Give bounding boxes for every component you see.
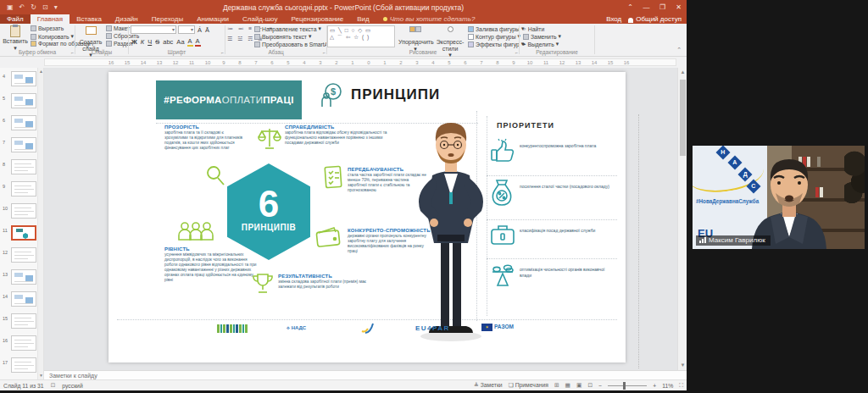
- video-call-overlay[interactable]: Н А Д С #НоваДержавнаСлужба EU: [693, 146, 865, 249]
- reading-view-icon[interactable]: ▣: [576, 382, 581, 389]
- slide-thumbnail-17[interactable]: 17: [2, 357, 39, 377]
- sign-in-button[interactable]: Вход: [606, 15, 621, 23]
- normal-view-icon[interactable]: ⊞: [554, 382, 559, 389]
- scroll-up-icon[interactable]: ▲: [38, 68, 44, 75]
- change-case-button[interactable]: Аа: [175, 38, 185, 46]
- thumbnail-preview[interactable]: [11, 335, 36, 351]
- arrange-button[interactable]: Упорядочить▾: [398, 25, 432, 52]
- shrink-font-button[interactable]: А̌: [204, 26, 210, 34]
- slide-thumbnail-10[interactable]: 10: [2, 202, 39, 223]
- clipboard-dialog-launcher[interactable]: ⌐: [71, 50, 74, 55]
- slide-thumbnail-14[interactable]: 14: [2, 291, 39, 311]
- tab-переходы[interactable]: Переходы: [145, 14, 191, 24]
- slide[interactable]: #РЕФОРМАОПЛАТИПРАЦІ $ ПРИНЦИПИ 6 ПРИНЦИП…: [108, 72, 626, 363]
- language-indicator[interactable]: русский: [62, 383, 82, 389]
- slide-thumbnail-6[interactable]: 6: [2, 114, 39, 135]
- text-direction-button[interactable]: Направление текста ▾: [254, 25, 321, 32]
- text-shadow-button[interactable]: abc: [162, 38, 174, 46]
- slide-thumbnail-8[interactable]: 8: [2, 158, 39, 179]
- tab-вид[interactable]: Вид: [350, 14, 376, 24]
- share-button[interactable]: Общий доступ: [628, 15, 682, 23]
- slide-thumbnail-12[interactable]: 12: [2, 246, 39, 267]
- slide-thumbnail-pane[interactable]: ▲ ▼ 456789101112131415161718: [0, 68, 44, 379]
- font-dialog-launcher[interactable]: ⌐: [221, 50, 224, 55]
- thumbnail-preview[interactable]: [11, 181, 36, 196]
- tab-анимации[interactable]: Анимации: [190, 14, 236, 24]
- shape-effects-button[interactable]: Эффекты фигур ▾: [468, 41, 524, 47]
- slide-number-indicator[interactable]: Слайд 11 из 31: [3, 383, 44, 389]
- thumbnail-preview[interactable]: [11, 357, 36, 373]
- horizontal-ruler[interactable]: 1615141312111098765432101234567891011121…: [44, 58, 676, 66]
- bold-button[interactable]: Ж: [131, 38, 138, 46]
- thumbnail-preview[interactable]: [11, 313, 36, 329]
- ribbon-display-options-button[interactable]: ⌃: [622, 0, 638, 14]
- tab-дизайн[interactable]: Дизайн: [108, 14, 145, 24]
- italic-button[interactable]: К: [140, 38, 145, 46]
- fit-to-window-icon[interactable]: ⛶: [679, 382, 683, 389]
- thumbnail-preview[interactable]: [11, 137, 36, 152]
- shape-fill-button[interactable]: Заливка фигуры ▾: [468, 25, 524, 32]
- select-button[interactable]: ▸Выделить ▾: [523, 41, 559, 47]
- minimize-button[interactable]: —: [638, 0, 654, 14]
- drawing-dialog-launcher[interactable]: ⌐: [515, 50, 518, 55]
- zoom-out-icon[interactable]: −: [598, 383, 602, 389]
- hashtag-title-box[interactable]: #РЕФОРМАОПЛАТИПРАЦІ: [156, 80, 302, 119]
- start-slideshow-icon[interactable]: ⊡: [42, 3, 48, 11]
- thumbnail-preview[interactable]: [11, 93, 36, 108]
- strikethrough-button[interactable]: S: [154, 38, 160, 46]
- notes-toggle[interactable]: ≜ Заметки: [474, 382, 503, 389]
- thumbnail-preview[interactable]: [11, 159, 36, 174]
- thumbnail-preview[interactable]: [11, 269, 36, 285]
- thumbnail-preview[interactable]: [11, 71, 36, 86]
- close-button[interactable]: ✕: [670, 0, 687, 14]
- layout-button[interactable]: Макет: [106, 25, 130, 31]
- slide-thumbnail-4[interactable]: 4: [2, 70, 39, 91]
- tab-file[interactable]: Файл: [0, 14, 31, 24]
- thumbnail-preview[interactable]: [11, 225, 36, 241]
- slide-thumbnail-11[interactable]: 11: [2, 224, 39, 245]
- undo-icon[interactable]: ↶: [19, 3, 25, 11]
- redo-icon[interactable]: ↻: [31, 3, 36, 11]
- grow-font-button[interactable]: А́: [197, 26, 203, 34]
- slide-sorter-icon[interactable]: ▦: [565, 382, 570, 389]
- slide-thumbnail-13[interactable]: 13: [2, 268, 39, 289]
- copy-button[interactable]: Копировать ▾: [31, 33, 74, 40]
- scroll-up-icon[interactable]: ▲: [678, 68, 687, 77]
- font-name-select[interactable]: [131, 25, 176, 34]
- canvas-scrollbar[interactable]: ▲ ▼: [677, 68, 687, 370]
- notes-pane[interactable]: Заметки к слайду: [44, 370, 687, 379]
- tab-слайд-шоу[interactable]: Слайд-шоу: [236, 14, 284, 24]
- display-settings-icon[interactable]: ⊡: [51, 382, 56, 389]
- collapse-ribbon-icon[interactable]: ⌃: [676, 47, 682, 53]
- paste-button[interactable]: Вставить▾: [2, 25, 29, 51]
- thumbnail-preview[interactable]: [11, 247, 36, 263]
- paragraph-dialog-launcher[interactable]: ⌐: [323, 50, 326, 55]
- slide-thumbnail-9[interactable]: 9: [2, 180, 39, 201]
- customize-quick-access-icon[interactable]: ▾: [54, 3, 58, 11]
- font-color-button[interactable]: А: [195, 37, 201, 47]
- comments-toggle[interactable]: ❏ Примечания: [509, 382, 548, 389]
- zoom-slider[interactable]: [608, 385, 647, 386]
- slideshow-icon[interactable]: ⊡: [587, 382, 593, 389]
- zoom-slider-thumb[interactable]: [623, 382, 626, 390]
- save-icon[interactable]: ▣: [7, 3, 14, 11]
- shapes-gallery[interactable]: ▭ ╲ □ ○ ◇ ▭ △ ⌒ ⇦ ☆ ( ): [327, 25, 395, 47]
- thumbnail-preview[interactable]: [11, 291, 36, 307]
- cut-button[interactable]: Вырезать: [31, 25, 64, 31]
- replace-button[interactable]: Заменить ▾: [523, 33, 561, 40]
- highlight-color-button[interactable]: А: [187, 37, 193, 47]
- restore-button[interactable]: ❐: [654, 0, 670, 14]
- font-size-select[interactable]: [178, 25, 195, 34]
- zoom-level[interactable]: 11%: [662, 383, 673, 389]
- zoom-in-icon[interactable]: +: [653, 383, 656, 389]
- underline-button[interactable]: Ч: [147, 38, 153, 46]
- slide-thumbnail-7[interactable]: 7: [2, 136, 39, 157]
- slide-thumbnail-16[interactable]: 16: [2, 335, 39, 355]
- align-text-button[interactable]: Выровнять текст ▾: [254, 33, 311, 40]
- thumbnail-preview[interactable]: [11, 203, 36, 219]
- tab-главная[interactable]: Главная: [31, 14, 70, 24]
- scroll-down-icon[interactable]: ▼: [38, 372, 44, 379]
- tell-me-box[interactable]: Что вы хотите сделать?: [376, 14, 482, 24]
- smartart-button[interactable]: Преобразовать в SmartArt ▾: [254, 41, 337, 47]
- find-button[interactable]: ⌕Найти: [523, 25, 544, 32]
